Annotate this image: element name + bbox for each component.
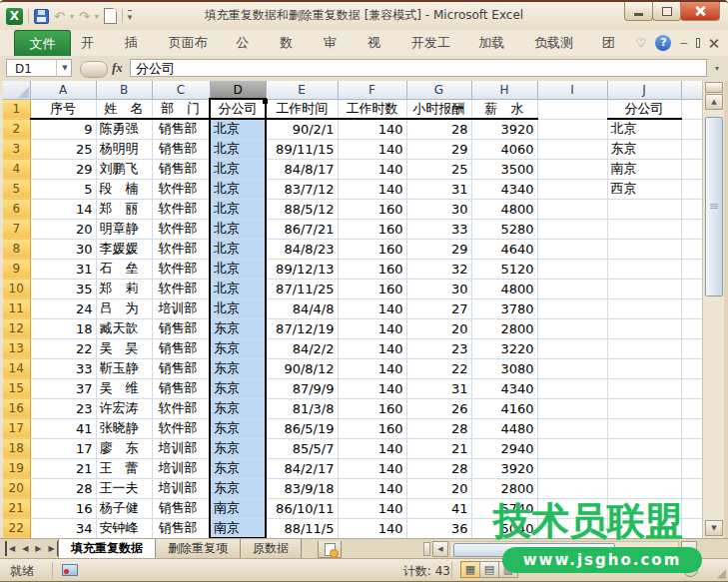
ribbon-tab-加载项[interactable]: 加载项 — [468, 30, 524, 56]
cell-I4[interactable] — [537, 159, 607, 179]
cell-B15[interactable]: 吴 维 — [96, 378, 152, 398]
ribbon-tab-插入[interactable]: 插入 — [115, 30, 159, 56]
cell-C18[interactable]: 培训部 — [152, 438, 210, 458]
sheet-tab-原数据[interactable]: 原数据 — [240, 539, 302, 559]
cell-I18[interactable] — [537, 438, 607, 458]
split-handle[interactable] — [705, 82, 723, 93]
cell-B6[interactable]: 郑 丽 — [96, 199, 152, 219]
row-header-3[interactable]: 3 — [3, 139, 30, 159]
cell-I21[interactable] — [537, 498, 607, 518]
formula-input[interactable]: 分公司 — [130, 59, 707, 77]
cell-C15[interactable]: 销售部 — [152, 378, 210, 398]
ribbon-tab-开发工具[interactable]: 开发工具 — [401, 30, 469, 56]
cell-D1[interactable]: 分公司 — [210, 99, 266, 119]
cell-C12[interactable]: 销售部 — [152, 318, 210, 338]
cell-A10[interactable]: 35 — [30, 279, 96, 298]
cell-H9[interactable]: 5120 — [471, 259, 537, 279]
cell-H18[interactable]: 2940 — [471, 438, 537, 458]
cell-A22[interactable]: 34 — [30, 518, 96, 538]
cell-G9[interactable]: 32 — [406, 259, 471, 279]
cell-C21[interactable]: 销售部 — [152, 498, 210, 518]
row-header-7[interactable]: 7 — [3, 219, 30, 239]
cell-J4[interactable]: 南京 — [607, 159, 681, 179]
cell-F20[interactable]: 140 — [338, 478, 406, 498]
ribbon-tab-公式[interactable]: 公式 — [226, 30, 270, 56]
cell-A7[interactable]: 20 — [30, 219, 96, 239]
cell-E9[interactable]: 89/12/13 — [266, 259, 338, 279]
cell-I13[interactable] — [537, 338, 607, 358]
cell-D14[interactable]: 东京 — [210, 358, 266, 378]
cell-A13[interactable]: 22 — [30, 338, 96, 358]
cell-H11[interactable]: 3780 — [471, 298, 537, 318]
next-sheet-icon[interactable]: ▶ — [33, 541, 43, 556]
cell-J21[interactable] — [607, 498, 681, 518]
doc-restore-icon[interactable] — [696, 38, 700, 48]
cell-A11[interactable]: 24 — [30, 298, 96, 318]
cell-H1[interactable]: 薪 水 — [471, 99, 537, 119]
row-header-21[interactable]: 21 — [3, 498, 30, 518]
last-sheet-icon[interactable]: ▶ — [46, 541, 58, 556]
cell-H19[interactable]: 3920 — [471, 458, 537, 478]
macro-record-icon[interactable] — [62, 564, 78, 576]
restore-button[interactable] — [652, 2, 681, 21]
cell-J9[interactable] — [607, 259, 681, 279]
cell-B13[interactable]: 吴 昊 — [96, 338, 152, 358]
cell-E22[interactable]: 88/11/5 — [266, 518, 338, 538]
row-header-12[interactable]: 12 — [3, 318, 30, 338]
heart-icon[interactable]: ♡ — [636, 36, 647, 50]
cell-G3[interactable]: 29 — [406, 139, 471, 159]
cell-E6[interactable]: 88/5/12 — [266, 199, 338, 219]
cell-J8[interactable] — [607, 239, 681, 259]
cell-E13[interactable]: 84/2/2 — [266, 338, 338, 358]
select-all-corner[interactable] — [3, 81, 30, 99]
cell-H13[interactable]: 3220 — [471, 338, 537, 358]
cell-A4[interactable]: 29 — [30, 159, 96, 179]
cell-B19[interactable]: 王 蕾 — [96, 458, 152, 478]
cell-F11[interactable]: 140 — [338, 298, 406, 318]
cell-H16[interactable]: 4160 — [471, 398, 537, 418]
cell-C1[interactable]: 部 门 — [152, 99, 210, 119]
row-header-2[interactable]: 2 — [3, 119, 30, 139]
cell-B16[interactable]: 许宏涛 — [96, 398, 152, 418]
cell-E20[interactable]: 83/9/18 — [266, 478, 338, 498]
column-header-J[interactable]: J — [607, 81, 681, 99]
cell-G13[interactable]: 23 — [406, 338, 471, 358]
cell-J18[interactable] — [607, 438, 681, 458]
cell-E8[interactable]: 84/8/23 — [266, 239, 338, 259]
sheet-tab-填充重复数据[interactable]: 填充重复数据 — [58, 539, 156, 559]
cell-G22[interactable]: 36 — [406, 518, 471, 538]
cell-G21[interactable]: 41 — [406, 498, 471, 518]
cell-A5[interactable]: 5 — [30, 179, 96, 199]
cell-G1[interactable]: 小时报酬 — [406, 99, 471, 119]
cell-C16[interactable]: 软件部 — [152, 398, 210, 418]
resize-grip-icon[interactable]: ◢ — [717, 566, 726, 580]
cell-H7[interactable]: 5280 — [471, 219, 537, 239]
cell-F21[interactable]: 140 — [338, 498, 406, 518]
cell-D8[interactable]: 北京 — [210, 239, 266, 259]
row-header-4[interactable]: 4 — [3, 159, 30, 179]
cell-F2[interactable]: 140 — [338, 119, 406, 139]
cell-H21[interactable]: 5740 — [471, 498, 537, 518]
cell-D6[interactable]: 北京 — [210, 199, 266, 219]
row-header-15[interactable]: 15 — [3, 378, 30, 398]
zoom-slider[interactable] — [539, 570, 681, 571]
row-header-22[interactable]: 22 — [3, 518, 30, 538]
cell-H17[interactable]: 4480 — [471, 418, 537, 438]
cell-G20[interactable]: 20 — [406, 478, 471, 498]
cell-E16[interactable]: 81/3/8 — [266, 398, 338, 418]
cell-D5[interactable]: 北京 — [210, 179, 266, 199]
cell-H12[interactable]: 2800 — [471, 318, 537, 338]
cell-I17[interactable] — [537, 418, 607, 438]
cell-H22[interactable]: 5040 — [471, 518, 537, 538]
cell-A21[interactable]: 16 — [30, 498, 96, 518]
cell-A12[interactable]: 18 — [30, 318, 96, 338]
cell-B20[interactable]: 王一夫 — [96, 478, 152, 498]
cell-I5[interactable] — [537, 179, 607, 199]
cell-C10[interactable]: 软件部 — [152, 279, 210, 298]
cell-F6[interactable]: 160 — [338, 199, 406, 219]
cell-I2[interactable] — [537, 119, 607, 139]
cell-C9[interactable]: 软件部 — [152, 259, 210, 279]
column-header-F[interactable]: F — [338, 81, 406, 99]
cell-G19[interactable]: 28 — [406, 458, 471, 478]
cell-C20[interactable]: 培训部 — [152, 478, 210, 498]
